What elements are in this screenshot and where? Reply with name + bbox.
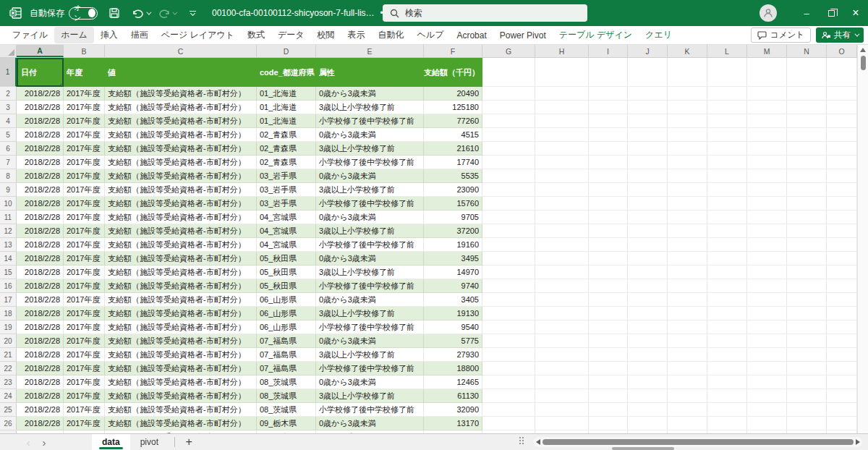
row-number[interactable]: 25 [0,403,17,417]
horizontal-scroll-thumb[interactable] [542,439,854,445]
row-number[interactable]: 14 [0,252,17,266]
cell-value[interactable]: 支給額（施設等受給資格者-市町村分） [105,307,257,320]
cell-code[interactable]: 03_岩手県 [257,183,316,197]
cell-amount[interactable]: 77260 [424,114,482,128]
tab-review[interactable]: 校閲 [311,27,341,43]
tab-formulas[interactable]: 数式 [241,27,271,43]
cell-date[interactable]: 2018/2/28 [17,307,64,320]
row-number[interactable]: 3 [0,101,17,114]
cell-amount[interactable]: 19130 [424,307,482,320]
cell-date[interactable]: 2018/2/28 [17,142,64,156]
cell-year[interactable]: 2017年度 [64,238,105,252]
row-number[interactable]: 26 [0,417,17,430]
row-number[interactable]: 15 [0,266,17,279]
cell-date[interactable]: 2018/2/28 [17,389,64,403]
cell-value[interactable]: 支給額（施設等受給資格者-市町村分） [105,197,257,211]
cell-attr[interactable]: 0歳から3歳未満 [316,87,424,101]
cell-date[interactable]: 2018/2/28 [17,197,64,211]
cell-attr[interactable]: 0歳から3歳未満 [316,211,424,224]
autosave-toggle[interactable]: オン [69,7,98,20]
cell-attr[interactable]: 3歳以上小学校修了前 [316,224,424,238]
cell-amount[interactable]: 15760 [424,197,482,211]
restore-button[interactable] [819,0,843,26]
column-header-d[interactable]: D [257,45,316,57]
row-number[interactable]: 7 [0,156,17,169]
cell-attr[interactable]: 小学校修了後中学校修了前 [316,279,424,293]
cell-attr[interactable]: 0歳から3歳未満 [316,169,424,183]
row-number[interactable]: 10 [0,197,17,211]
cell-amount[interactable]: 14970 [424,266,482,279]
cell-amount[interactable]: 4515 [424,128,482,142]
cell-code[interactable]: 07_福島県 [257,348,316,362]
document-title[interactable]: 00100-cfa-00100112-shicyoson-7-full-lis… [212,8,375,18]
vertical-scroll-thumb[interactable] [861,56,866,70]
cell-date[interactable]: 2018/2/28 [17,279,64,293]
row-number[interactable]: 5 [0,128,17,142]
comments-button[interactable]: コメント [751,27,811,43]
cell-code[interactable]: 02_青森県 [257,156,316,169]
cell-code[interactable]: 06_山形県 [257,307,316,320]
row-number[interactable]: 22 [0,362,17,375]
excel-app-icon[interactable] [9,6,23,20]
tab-power-pivot[interactable]: Power Pivot [493,28,553,43]
cell-year[interactable]: 2017年度 [64,403,105,417]
cell-value[interactable]: 支給額（施設等受給資格者-市町村分） [105,320,257,334]
cell-year[interactable]: 2017年度 [64,156,105,169]
cell-date[interactable]: 2018/2/28 [17,87,64,101]
cell-attr[interactable]: 0歳から3歳未満 [316,252,424,266]
column-header-o[interactable]: O [827,45,857,57]
cell-amount[interactable]: 5775 [424,334,482,348]
cell-value[interactable]: 支給額（施設等受給資格者-市町村分） [105,389,257,403]
cell-value[interactable]: 支給額（施設等受給資格者-市町村分） [105,252,257,266]
cell-attr[interactable]: 小学校修了後中学校修了前 [316,403,424,417]
cell-year[interactable]: 2017年度 [64,293,105,307]
cell-amount[interactable]: 17740 [424,156,482,169]
cell-amount[interactable]: 13170 [424,417,482,430]
row-number[interactable]: 8 [0,169,17,183]
cell-amount[interactable]: 23090 [424,183,482,197]
cell-code[interactable]: 03_岩手県 [257,197,316,211]
cell-attr[interactable]: 小学校修了後中学校修了前 [316,197,424,211]
share-button[interactable]: 共有 [816,27,864,43]
tab-data[interactable]: データ [271,27,311,43]
save-icon[interactable] [105,4,124,22]
cell-code[interactable]: 05_秋田県 [257,279,316,293]
cell-date[interactable]: 2018/2/28 [17,114,64,128]
cell-code[interactable]: 08_茨城県 [257,375,316,389]
tab-query[interactable]: クエリ [639,27,678,43]
cell-date[interactable]: 2018/2/28 [17,320,64,334]
cell-year[interactable]: 2017年度 [64,114,105,128]
cell-date[interactable]: 2018/2/28 [17,417,64,430]
customize-toolbar-icon[interactable] [183,4,202,22]
tab-file[interactable]: ファイル [6,27,54,43]
header-attribute[interactable]: 属性 [316,58,424,87]
cell-attr[interactable]: 0歳から3歳未満 [316,293,424,307]
tab-draw[interactable]: 描画 [124,27,155,43]
cell-date[interactable]: 2018/2/28 [17,348,64,362]
cell-year[interactable]: 2017年度 [64,389,105,403]
row-number[interactable]: 13 [0,238,17,252]
cell-date[interactable]: 2018/2/28 [17,375,64,389]
column-header-a[interactable]: A [17,45,64,57]
cell-code[interactable]: 02_青森県 [257,142,316,156]
cell-value[interactable]: 支給額（施設等受給資格者-市町村分） [105,266,257,279]
cell-value[interactable]: 支給額（施設等受給資格者-市町村分） [105,224,257,238]
cell-year[interactable]: 2017年度 [64,87,105,101]
tab-acrobat[interactable]: Acrobat [450,28,493,43]
cell-code[interactable]: 06_山形県 [257,320,316,334]
add-sheet-button[interactable]: + [181,434,197,450]
cell-attr[interactable]: 3歳以上小学校修了前 [316,389,424,403]
cell-year[interactable]: 2017年度 [64,307,105,320]
cell-year[interactable]: 2017年度 [64,252,105,266]
tab-help[interactable]: ヘルプ [411,27,451,43]
cell-date[interactable]: 2018/2/28 [17,403,64,417]
cell-year[interactable]: 2017年度 [64,183,105,197]
cell-code[interactable]: 05_秋田県 [257,252,316,266]
cell-value[interactable]: 支給額（施設等受給資格者-市町村分） [105,114,257,128]
cell-amount[interactable]: 20490 [424,87,482,101]
tab-table-design[interactable]: テーブル デザイン [553,27,639,43]
cell-attr[interactable]: 3歳以上小学校修了前 [316,183,424,197]
cell-date[interactable]: 2018/2/28 [17,183,64,197]
cell-year[interactable]: 2017年度 [64,320,105,334]
redo-icon[interactable] [157,4,176,22]
